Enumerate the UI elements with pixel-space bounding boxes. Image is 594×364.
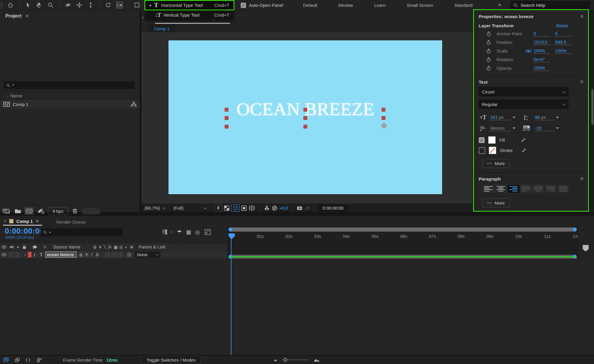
tracking-value[interactable]: -20 [534, 126, 554, 131]
position-x-value[interactable]: 1519,5 [533, 39, 550, 45]
graph-editor-icon[interactable] [204, 229, 211, 235]
mask-visibility-icon[interactable] [231, 205, 239, 211]
selection-handle[interactable] [225, 116, 229, 120]
paragraph-more-button[interactable]: •••More [482, 198, 510, 208]
layer-label-chip[interactable] [28, 252, 31, 257]
justify-last-left-button[interactable] [520, 185, 532, 193]
justify-all-button[interactable] [557, 185, 570, 193]
search-help-field[interactable]: Search Help [510, 1, 590, 9]
transparency-grid-icon[interactable] [224, 205, 230, 211]
font-style-select[interactable]: Regular [479, 100, 568, 109]
comp-marker-bin-icon[interactable] [582, 244, 590, 252]
hand-tool-icon[interactable] [34, 1, 44, 10]
empty-switch-cell[interactable] [117, 252, 123, 257]
rotation-tool-icon[interactable] [103, 1, 113, 10]
time-ruler[interactable]: 0s01s02s03s04s05s06s07s08s09s10s11s12s [217, 233, 594, 239]
workspace-tab[interactable]: Learn [374, 3, 385, 8]
trash-icon[interactable] [72, 208, 78, 214]
exposure-value[interactable]: +0,0 [279, 205, 288, 211]
layer-row[interactable]: › 1 T ocean breeze ☀ / fx @ None [0, 251, 227, 259]
workspace-tab[interactable]: Small Screen [407, 3, 433, 8]
anchor-y-value[interactable]: 0 [554, 31, 571, 37]
stopwatch-icon[interactable] [485, 31, 492, 37]
selection-handle[interactable] [225, 125, 229, 129]
search-options-caret[interactable] [12, 85, 14, 86]
align-left-button[interactable] [482, 185, 495, 193]
composition-canvas[interactable]: OCEAN BREEZE [168, 40, 442, 194]
fast-previews-icon[interactable] [215, 205, 222, 211]
audio-toggle-cell[interactable] [8, 252, 14, 257]
selection-handle[interactable] [303, 116, 307, 120]
selection-handle[interactable] [225, 108, 229, 112]
unified-camera-tool-icon[interactable] [114, 1, 125, 10]
composition-mini-flowchart-icon[interactable] [162, 229, 173, 235]
layer-visibility-eye-icon[interactable] [0, 253, 8, 257]
gpu-acceleration-icon[interactable] [37, 208, 45, 214]
timeline-search-field[interactable] [40, 228, 123, 236]
window-scrollbar-thumb[interactable] [591, 89, 593, 125]
rotation-value[interactable]: 0x+0° [533, 57, 550, 62]
window-scrollbar-track[interactable] [591, 11, 594, 212]
resolution-select[interactable]: (Full) [174, 205, 206, 211]
zoom-in-mountain-icon[interactable] [313, 357, 320, 362]
stroke-color-swatch[interactable] [489, 147, 496, 154]
stopwatch-icon[interactable] [485, 65, 492, 71]
empty-switch-cell[interactable] [105, 252, 110, 257]
workspace-tab[interactable]: Standard [454, 3, 472, 8]
orbit-camera-tool-icon[interactable] [63, 1, 73, 10]
transfer-controls-pane-icon[interactable] [12, 357, 23, 363]
selection-handle[interactable] [303, 125, 307, 129]
snapshot-icon[interactable] [297, 205, 302, 211]
channel-select-icon[interactable] [264, 205, 270, 211]
parent-pickwhip-icon[interactable]: @ [127, 252, 132, 257]
playhead-line[interactable] [231, 233, 231, 355]
font-family-select[interactable]: Cinzel [479, 87, 568, 96]
layer-collapse-toggle[interactable]: ☀ [84, 252, 89, 257]
workspace-tab[interactable]: Review [338, 3, 353, 8]
layer-switches-pane-icon[interactable] [0, 357, 12, 363]
name-column-header[interactable]: Name [10, 93, 22, 98]
flowchart-icon[interactable] [131, 102, 137, 107]
new-folder-icon[interactable] [14, 208, 21, 214]
timeline-horizontal-scrollbar[interactable] [229, 227, 576, 232]
justify-last-right-button[interactable] [545, 185, 557, 193]
text-more-button[interactable]: •••More [482, 159, 510, 168]
fill-eyedropper-icon[interactable] [521, 137, 526, 143]
menu-item-horizontal-type[interactable]: ■ T Horizontal Type Tool Cmd+T [144, 0, 234, 10]
stopwatch-icon[interactable] [485, 48, 492, 54]
draft-3d-icon[interactable]: ☂ [177, 229, 182, 236]
transform-reset-button[interactable]: Reset [556, 23, 568, 28]
panel-menu-icon[interactable]: ≡ [36, 218, 39, 224]
viewer-timecode[interactable]: 0:00:00:00 [319, 205, 347, 211]
pan-camera-tool-icon[interactable] [74, 1, 84, 10]
render-pane-icon[interactable] [33, 357, 45, 363]
stroke-eyedropper-icon[interactable] [521, 148, 527, 153]
section-menu-icon[interactable]: ≡ [580, 176, 583, 182]
kerning-caret[interactable] [513, 127, 516, 129]
viewer-tab-comp1[interactable]: Comp 1 [148, 25, 176, 32]
toggle-switches-modes-button[interactable]: Toggle Switches / Modes [141, 356, 201, 364]
zoom-level-select[interactable]: (66,7%) [144, 205, 165, 211]
rectangle-tool-icon[interactable] [132, 1, 142, 10]
stopwatch-icon[interactable] [485, 57, 492, 63]
frame-blending-icon[interactable]: ▦ [186, 229, 191, 235]
solo-toggle-cell[interactable] [15, 252, 20, 257]
stopwatch-icon[interactable] [485, 39, 492, 45]
layer-expander[interactable]: › [24, 252, 26, 258]
opacity-value[interactable]: 100% [533, 65, 550, 71]
project-item-comp1[interactable]: Comp 1 [0, 100, 140, 109]
timeline-zoom-slider[interactable] [283, 357, 308, 363]
selection-handle[interactable] [382, 108, 385, 112]
new-composition-icon[interactable] [25, 208, 33, 214]
stroke-enabled-checkbox[interactable] [479, 147, 485, 154]
scale-y-value[interactable]: 100% [554, 48, 571, 54]
fill-enabled-checkbox[interactable]: ✓ [479, 137, 485, 143]
in-out-pane-icon[interactable] [23, 357, 33, 363]
source-name-column-header[interactable]: Source Name [51, 244, 88, 249]
show-snapshot-icon[interactable] [304, 205, 310, 211]
timeline-zoom-knob[interactable] [283, 358, 287, 362]
constrain-proportions-link-icon[interactable] [524, 49, 533, 53]
motion-blur-icon[interactable]: ◎ [195, 229, 200, 235]
selection-handle[interactable] [303, 108, 307, 112]
align-right-button[interactable] [507, 185, 520, 193]
